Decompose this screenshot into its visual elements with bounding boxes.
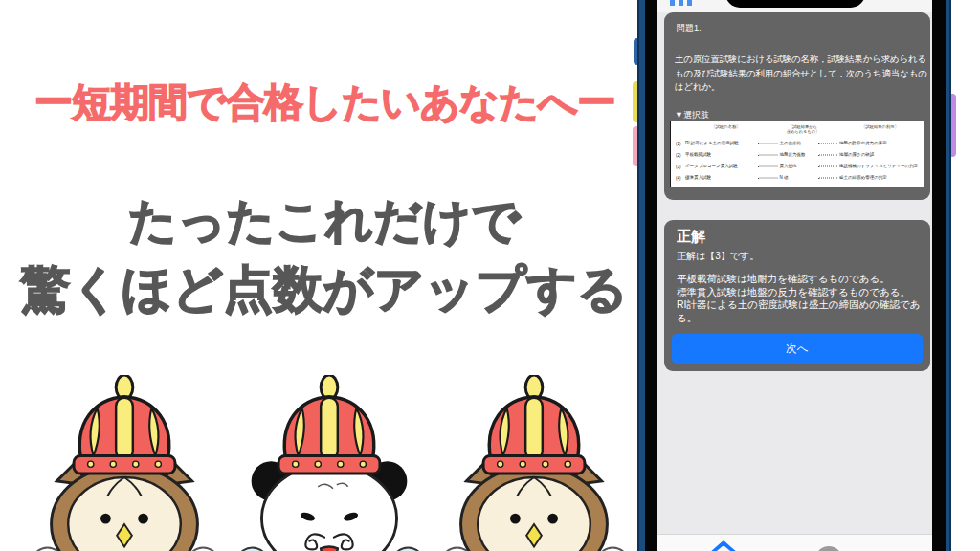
answer-explanation: 平板載荷試験は地耐力を確認するものである。 標準貫入試験は地盤の反力を確認するも… — [677, 273, 922, 325]
hero-line2: 驚くほど点数がアップする — [0, 256, 649, 323]
question-panel: 問題1. 土の原位置試験における試験の名称，試験結果から求められるもの及び試験結… — [664, 12, 930, 200]
choices-table-header: 〔試験の名称〕 〔試験結果から 求められるもの〕 〔試験結果の利用〕 — [676, 124, 921, 135]
answer-panel: 正解 正解は【3】です。 平板載荷試験は地耐力を確認するものである。 標準貫入試… — [664, 220, 930, 371]
choice-row: (2) 平板載荷試験 地盤反力係数 地層の厚さの確認 — [676, 151, 921, 158]
mascot-row — [31, 375, 628, 551]
answer-subtitle: 正解は【3】です。 — [677, 250, 759, 263]
choice-row: (1) RI 計器による土の密度試験 土の含水比 地盤の許容支持力の算定 — [676, 140, 921, 146]
promo-canvas: ー短期間で合格したいあなたへー たったこれだけで 驚くほど点数がアップする 問題… — [0, 0, 980, 551]
owl-king-mascot — [440, 375, 628, 551]
choice-row: (4) 標準貫入試験 N 値 盛土の締固め管理の判定 — [676, 174, 921, 181]
panda-king-mascot — [235, 375, 423, 551]
phone-notch — [725, 0, 865, 8]
hero-headline: ー短期間で合格したいあなたへー — [0, 77, 649, 129]
question-body: 土の原位置試験における試験の名称，試験結果から求められるもの及び試験結果の利用の… — [675, 53, 929, 95]
status-time-fragment — [670, 0, 693, 6]
phone-screen: 問題1. 土の原位置試験における試験の名称，試験結果から求められるもの及び試験結… — [657, 0, 932, 551]
tab-bar — [657, 534, 932, 551]
hero-line1: たったこれだけで — [0, 189, 649, 253]
choice-row: (3) ポータブルコーン貫入試験 貫入抵抗 建設機械のトラフィカビリティーの判定 — [676, 163, 921, 169]
status-bar — [657, 0, 932, 12]
choices-table: 〔試験の名称〕 〔試験結果から 求められるもの〕 〔試験結果の利用〕 (1) R… — [670, 121, 924, 187]
circle-tab-icon[interactable] — [815, 546, 842, 551]
answer-title: 正解 — [677, 228, 705, 246]
explanation-line: 平板載荷試験は地耐力を確認するものである。 — [677, 273, 922, 286]
home-icon[interactable] — [706, 539, 741, 551]
next-button[interactable]: 次へ — [672, 334, 923, 364]
explanation-line: 標準貫入試験は地盤の反力を確認するものである。 — [677, 286, 922, 299]
explanation-line: RI計器による土の密度試験は盛土の締固めの確認である。 — [677, 298, 922, 324]
owl-king-mascot — [31, 375, 218, 551]
question-number: 問題1. — [677, 22, 702, 34]
